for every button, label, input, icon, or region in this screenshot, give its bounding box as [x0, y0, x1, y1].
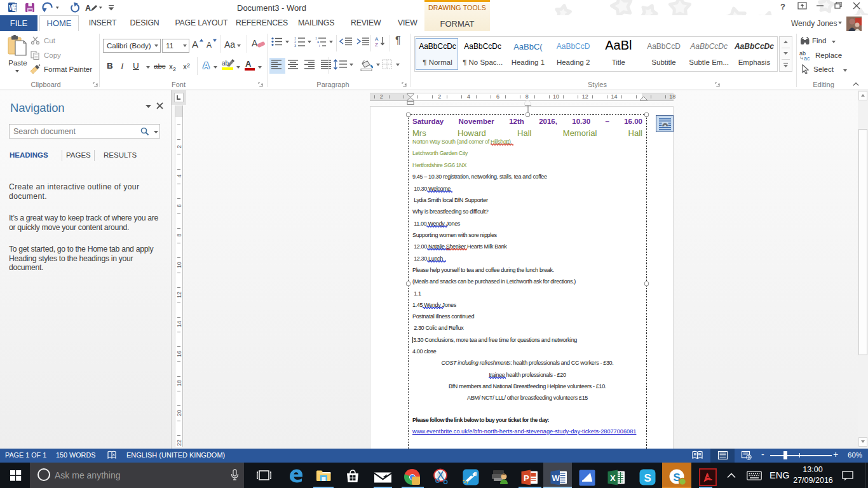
- svg-text:Z: Z: [375, 42, 378, 47]
- svg-text:W: W: [552, 473, 560, 483]
- svg-text:?: ?: [780, 2, 785, 11]
- svg-text:X: X: [610, 473, 616, 483]
- svg-text:ac: ac: [804, 55, 810, 60]
- svg-text:P: P: [524, 473, 529, 483]
- svg-text:W: W: [9, 4, 15, 11]
- svg-text:A: A: [85, 4, 91, 13]
- svg-text:i: i: [319, 44, 320, 47]
- svg-text:S: S: [644, 472, 651, 484]
- svg-text:A: A: [375, 36, 379, 42]
- svg-text:3: 3: [294, 44, 296, 47]
